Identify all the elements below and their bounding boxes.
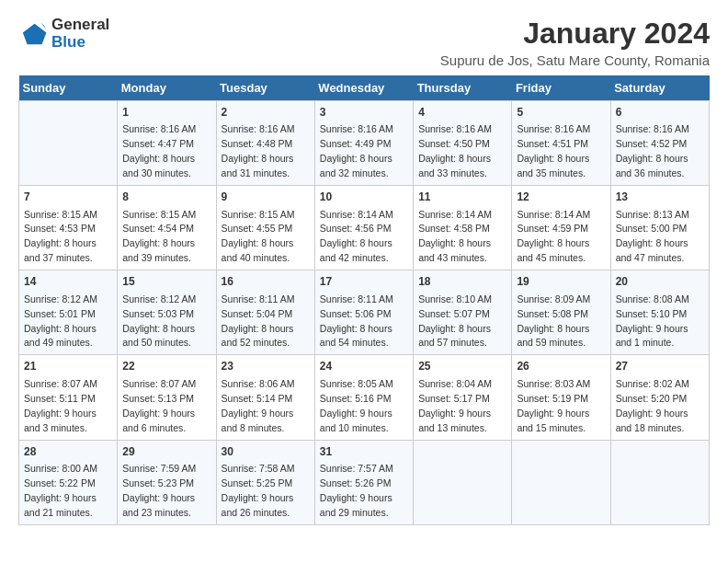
- day-info: Sunrise: 8:16 AMSunset: 4:48 PMDaylight:…: [222, 123, 295, 178]
- day-number: 22: [122, 359, 210, 374]
- day-number: 2: [222, 105, 310, 121]
- calendar-cell: 24Sunrise: 8:05 AMSunset: 5:16 PMDayligh…: [314, 355, 413, 440]
- day-number: 14: [24, 274, 112, 290]
- day-number: 31: [320, 444, 408, 460]
- calendar-cell: 14Sunrise: 8:12 AMSunset: 5:01 PMDayligh…: [19, 270, 118, 355]
- day-info: Sunrise: 7:59 AMSunset: 5:23 PMDaylight:…: [122, 463, 196, 518]
- day-number: 29: [122, 444, 210, 460]
- calendar-cell: 3Sunrise: 8:16 AMSunset: 4:49 PMDaylight…: [314, 101, 413, 186]
- calendar-cell: [610, 440, 709, 524]
- calendar-cell: 2Sunrise: 8:16 AMSunset: 4:48 PMDaylight…: [216, 101, 314, 186]
- day-info: Sunrise: 7:58 AMSunset: 5:25 PMDaylight:…: [222, 463, 295, 518]
- page: General Blue January 2024 Supuru de Jos,…: [0, 0, 728, 534]
- calendar-cell: 5Sunrise: 8:16 AMSunset: 4:51 PMDaylight…: [512, 101, 610, 186]
- day-info: Sunrise: 8:06 AMSunset: 5:14 PMDaylight:…: [222, 378, 295, 433]
- calendar-week-row: 7Sunrise: 8:15 AMSunset: 4:53 PMDaylight…: [19, 186, 710, 270]
- day-info: Sunrise: 8:15 AMSunset: 4:55 PMDaylight:…: [222, 209, 295, 264]
- calendar-cell: 13Sunrise: 8:13 AMSunset: 5:00 PMDayligh…: [610, 186, 709, 270]
- day-number: 5: [517, 105, 605, 121]
- day-info: Sunrise: 8:12 AMSunset: 5:03 PMDaylight:…: [122, 293, 196, 349]
- calendar-cell: 7Sunrise: 8:15 AMSunset: 4:53 PMDaylight…: [19, 186, 118, 270]
- day-info: Sunrise: 8:04 AMSunset: 5:17 PMDaylight:…: [418, 378, 492, 433]
- calendar-cell: 10Sunrise: 8:14 AMSunset: 4:56 PMDayligh…: [314, 186, 413, 270]
- calendar-cell: 19Sunrise: 8:09 AMSunset: 5:08 PMDayligh…: [512, 270, 610, 355]
- day-info: Sunrise: 8:08 AMSunset: 5:10 PMDaylight:…: [616, 293, 689, 349]
- calendar-cell: 30Sunrise: 7:58 AMSunset: 5:25 PMDayligh…: [216, 440, 314, 524]
- calendar-cell: 18Sunrise: 8:10 AMSunset: 5:07 PMDayligh…: [414, 270, 512, 355]
- title-block: January 2024 Supuru de Jos, Satu Mare Co…: [440, 17, 710, 68]
- calendar-cell: 11Sunrise: 8:14 AMSunset: 4:58 PMDayligh…: [414, 186, 512, 270]
- day-info: Sunrise: 8:03 AMSunset: 5:19 PMDaylight:…: [517, 378, 590, 433]
- calendar-week-row: 28Sunrise: 8:00 AMSunset: 5:22 PMDayligh…: [19, 440, 710, 524]
- weekday-header: Monday: [118, 75, 216, 101]
- day-info: Sunrise: 8:16 AMSunset: 4:51 PMDaylight:…: [517, 123, 590, 178]
- day-info: Sunrise: 8:14 AMSunset: 4:59 PMDaylight:…: [517, 209, 590, 264]
- day-info: Sunrise: 8:10 AMSunset: 5:07 PMDaylight:…: [418, 293, 492, 349]
- day-number: 30: [222, 444, 310, 460]
- day-number: 6: [616, 105, 704, 121]
- day-number: 15: [122, 274, 210, 290]
- day-info: Sunrise: 8:16 AMSunset: 4:50 PMDaylight:…: [418, 123, 492, 178]
- calendar-cell: 27Sunrise: 8:02 AMSunset: 5:20 PMDayligh…: [610, 355, 709, 440]
- calendar-week-row: 1Sunrise: 8:16 AMSunset: 4:47 PMDaylight…: [19, 101, 710, 186]
- day-info: Sunrise: 8:16 AMSunset: 4:52 PMDaylight:…: [616, 123, 689, 178]
- calendar-cell: 4Sunrise: 8:16 AMSunset: 4:50 PMDaylight…: [414, 101, 512, 186]
- day-info: Sunrise: 8:07 AMSunset: 5:13 PMDaylight:…: [122, 378, 196, 433]
- day-info: Sunrise: 8:00 AMSunset: 5:22 PMDaylight:…: [24, 463, 97, 518]
- day-number: 8: [122, 190, 210, 205]
- logo-icon: [18, 19, 48, 49]
- day-info: Sunrise: 7:57 AMSunset: 5:26 PMDaylight:…: [320, 463, 393, 518]
- day-number: 10: [320, 190, 408, 205]
- day-number: 17: [320, 274, 408, 290]
- calendar-cell: 23Sunrise: 8:06 AMSunset: 5:14 PMDayligh…: [216, 355, 314, 440]
- day-number: 26: [517, 359, 605, 374]
- weekday-header: Wednesday: [314, 75, 413, 101]
- main-title: January 2024: [440, 17, 710, 51]
- day-number: 16: [222, 274, 310, 290]
- header: General Blue January 2024 Supuru de Jos,…: [18, 17, 710, 68]
- calendar-cell: [512, 440, 610, 524]
- day-info: Sunrise: 8:11 AMSunset: 5:04 PMDaylight:…: [222, 293, 295, 349]
- day-info: Sunrise: 8:16 AMSunset: 4:47 PMDaylight:…: [122, 123, 196, 178]
- calendar-week-row: 14Sunrise: 8:12 AMSunset: 5:01 PMDayligh…: [19, 270, 710, 355]
- calendar-cell: 31Sunrise: 7:57 AMSunset: 5:26 PMDayligh…: [314, 440, 413, 524]
- calendar-cell: 26Sunrise: 8:03 AMSunset: 5:19 PMDayligh…: [512, 355, 610, 440]
- calendar-cell: 9Sunrise: 8:15 AMSunset: 4:55 PMDaylight…: [216, 186, 314, 270]
- day-number: 1: [122, 105, 210, 121]
- weekday-header: Sunday: [19, 75, 118, 101]
- day-number: 3: [320, 105, 408, 121]
- day-number: 13: [616, 190, 704, 205]
- day-number: 21: [24, 359, 112, 374]
- day-info: Sunrise: 8:12 AMSunset: 5:01 PMDaylight:…: [24, 293, 97, 349]
- day-number: 25: [418, 359, 506, 374]
- day-number: 18: [418, 274, 506, 290]
- logo-text: General Blue: [51, 17, 109, 51]
- logo: General Blue: [18, 17, 109, 51]
- day-info: Sunrise: 8:07 AMSunset: 5:11 PMDaylight:…: [24, 378, 97, 433]
- day-info: Sunrise: 8:13 AMSunset: 5:00 PMDaylight:…: [616, 209, 689, 264]
- day-info: Sunrise: 8:02 AMSunset: 5:20 PMDaylight:…: [616, 378, 689, 433]
- svg-marker-1: [40, 22, 46, 29]
- day-number: 27: [616, 359, 704, 374]
- day-number: 4: [418, 105, 506, 121]
- day-info: Sunrise: 8:11 AMSunset: 5:06 PMDaylight:…: [320, 293, 393, 349]
- day-info: Sunrise: 8:05 AMSunset: 5:16 PMDaylight:…: [320, 378, 393, 433]
- weekday-header: Friday: [512, 75, 610, 101]
- calendar-table: SundayMondayTuesdayWednesdayThursdayFrid…: [18, 75, 710, 525]
- calendar-week-row: 21Sunrise: 8:07 AMSunset: 5:11 PMDayligh…: [19, 355, 710, 440]
- calendar-cell: 17Sunrise: 8:11 AMSunset: 5:06 PMDayligh…: [314, 270, 413, 355]
- day-info: Sunrise: 8:14 AMSunset: 4:58 PMDaylight:…: [418, 209, 492, 264]
- calendar-cell: 25Sunrise: 8:04 AMSunset: 5:17 PMDayligh…: [414, 355, 512, 440]
- calendar-cell: 12Sunrise: 8:14 AMSunset: 4:59 PMDayligh…: [512, 186, 610, 270]
- day-number: 23: [222, 359, 310, 374]
- weekday-header: Tuesday: [216, 75, 314, 101]
- calendar-cell: 1Sunrise: 8:16 AMSunset: 4:47 PMDaylight…: [118, 101, 216, 186]
- calendar-cell: 6Sunrise: 8:16 AMSunset: 4:52 PMDaylight…: [610, 101, 709, 186]
- weekday-header: Thursday: [414, 75, 512, 101]
- calendar-cell: 20Sunrise: 8:08 AMSunset: 5:10 PMDayligh…: [610, 270, 709, 355]
- weekday-header: Saturday: [610, 75, 709, 101]
- calendar-cell: 15Sunrise: 8:12 AMSunset: 5:03 PMDayligh…: [118, 270, 216, 355]
- calendar-cell: [414, 440, 512, 524]
- calendar-cell: 16Sunrise: 8:11 AMSunset: 5:04 PMDayligh…: [216, 270, 314, 355]
- day-number: 20: [616, 274, 704, 290]
